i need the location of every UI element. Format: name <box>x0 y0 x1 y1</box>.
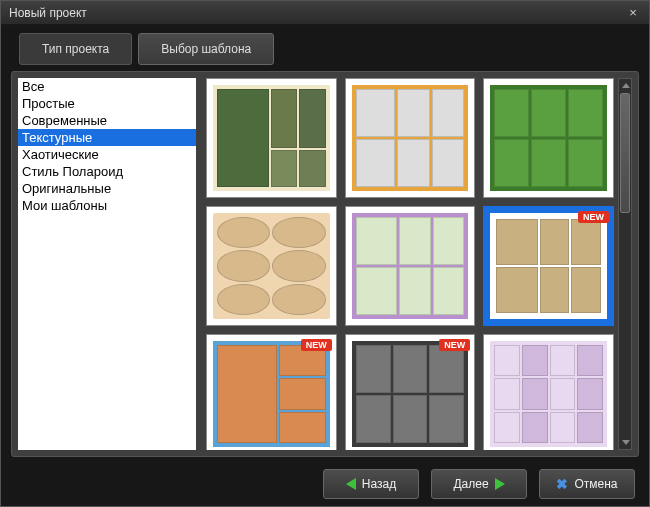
category-list: Все Простые Современные Текстурные Хаоти… <box>18 78 196 450</box>
tab-template-choice[interactable]: Выбор шаблона <box>138 33 274 65</box>
category-item[interactable]: Хаотические <box>18 146 196 163</box>
category-item[interactable]: Современные <box>18 112 196 129</box>
template-thumb[interactable] <box>206 78 337 198</box>
template-thumb[interactable]: NEW <box>483 206 614 326</box>
new-badge: NEW <box>439 339 470 351</box>
cancel-button-label: Отмена <box>574 477 617 491</box>
titlebar: Новый проект × <box>1 1 649 25</box>
window-title: Новый проект <box>9 6 625 20</box>
back-button[interactable]: Назад <box>323 469 419 499</box>
next-button[interactable]: Далее <box>431 469 527 499</box>
template-thumb[interactable] <box>206 206 337 326</box>
category-item[interactable]: Текстурные <box>18 129 196 146</box>
template-gallery: NEW NEW NEW <box>206 78 614 450</box>
category-item[interactable]: Простые <box>18 95 196 112</box>
template-thumb[interactable]: NEW <box>345 334 476 450</box>
new-badge: NEW <box>578 211 609 223</box>
next-button-label: Далее <box>453 477 488 491</box>
template-thumb[interactable]: NEW <box>206 334 337 450</box>
category-item[interactable]: Мои шаблоны <box>18 197 196 214</box>
gallery-scrollbar[interactable] <box>618 78 632 450</box>
cancel-x-icon: ✖ <box>556 476 568 492</box>
scrollbar-handle[interactable] <box>620 93 630 213</box>
close-icon[interactable]: × <box>625 5 641 21</box>
tab-project-type[interactable]: Тип проекта <box>19 33 132 65</box>
template-thumb[interactable] <box>345 206 476 326</box>
template-thumb[interactable] <box>345 78 476 198</box>
category-item[interactable]: Все <box>18 78 196 95</box>
new-badge: NEW <box>301 339 332 351</box>
back-button-label: Назад <box>362 477 396 491</box>
category-item[interactable]: Стиль Полароид <box>18 163 196 180</box>
template-thumb[interactable] <box>483 78 614 198</box>
dialog-content: Тип проекта Выбор шаблона Все Простые Со… <box>1 25 649 457</box>
cancel-button[interactable]: ✖ Отмена <box>539 469 635 499</box>
tab-bar: Тип проекта Выбор шаблона <box>19 33 639 65</box>
arrow-right-icon <box>495 478 505 490</box>
category-item[interactable]: Оригинальные <box>18 180 196 197</box>
gallery-wrap: NEW NEW NEW <box>206 78 632 450</box>
template-thumb[interactable] <box>483 334 614 450</box>
button-row: Назад Далее ✖ Отмена <box>1 457 649 507</box>
arrow-left-icon <box>346 478 356 490</box>
main-panel: Все Простые Современные Текстурные Хаоти… <box>11 71 639 457</box>
